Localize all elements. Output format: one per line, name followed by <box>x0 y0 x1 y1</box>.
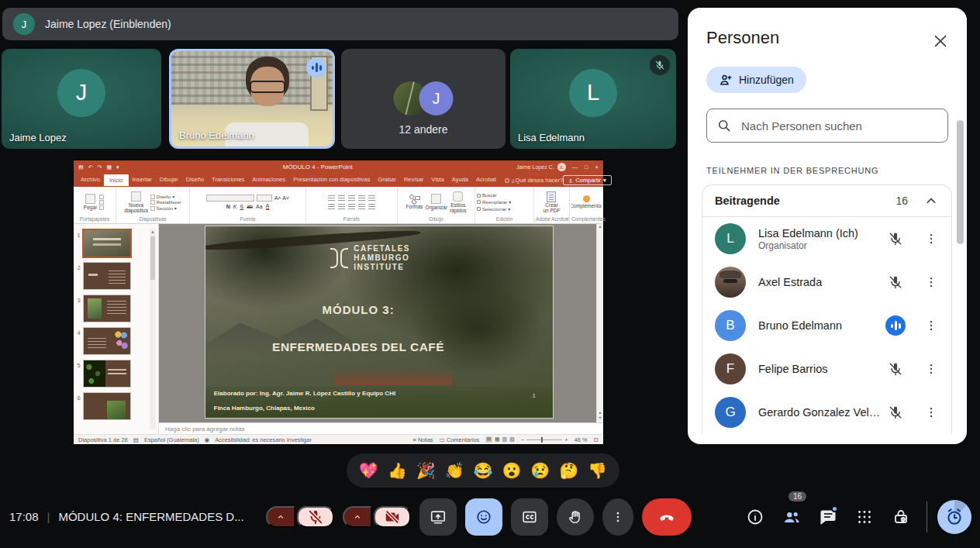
spellcheck-icon[interactable]: ▤ <box>133 436 139 443</box>
slide-thumbnail-image[interactable] <box>84 360 130 387</box>
reactions-button[interactable] <box>465 498 502 536</box>
clipboard-mini-buttons[interactable] <box>99 195 105 210</box>
select-button[interactable]: Seleccionar ▾ <box>477 206 510 212</box>
line-spacing-icon[interactable] <box>368 195 375 202</box>
normal-view-icon[interactable]: ▤ <box>485 436 492 443</box>
font-name-box[interactable] <box>206 195 254 202</box>
ppt-account-avatar[interactable]: JL <box>557 163 566 171</box>
participant-more-button[interactable] <box>922 273 940 291</box>
video-tile-others[interactable]: J 12 andere <box>341 49 506 149</box>
new-slide-button[interactable]: Nuevadiapositiva <box>124 191 148 214</box>
slide-thumbnail-image[interactable] <box>84 295 130 322</box>
ppt-ribbon-tab[interactable]: Revisar <box>400 174 427 186</box>
slide-thumbnail[interactable]: 5 <box>74 360 158 387</box>
bullet-list-icon[interactable] <box>328 195 335 202</box>
add-ins-button[interactable]: Complementos <box>571 195 602 209</box>
chevron-up-icon[interactable] <box>923 193 939 209</box>
reaction-emoji-button[interactable]: 👏 <box>445 463 464 478</box>
ppt-ribbon-tab[interactable]: Animaciones <box>248 174 289 186</box>
ppt-qat-icon[interactable]: ↶ <box>88 164 93 171</box>
notes-pane[interactable]: Haga clic para agregar notas <box>159 422 603 434</box>
captions-button[interactable] <box>511 498 548 536</box>
slide-thumbnail-image[interactable] <box>84 393 130 419</box>
language-status[interactable]: Español (Guatemala) <box>144 436 199 443</box>
scroll-up-icon[interactable]: ▲ <box>597 224 603 229</box>
notes-toggle[interactable]: ≡ Notas <box>413 436 433 443</box>
next-slide-icon[interactable]: ▼ <box>597 415 603 421</box>
slide-thumbnail[interactable]: 2 <box>74 263 158 289</box>
slide-thumbnail[interactable]: 1 <box>74 230 158 257</box>
more-options-button[interactable] <box>602 498 633 536</box>
ppt-ribbon-tab[interactable]: Insertar <box>129 174 156 186</box>
end-call-button[interactable] <box>642 498 692 536</box>
presenter-bar[interactable]: J Jaime Lopez (Einblenden) <box>2 8 678 40</box>
ppt-ribbon-tab[interactable]: Diseño <box>182 174 208 186</box>
italic-button[interactable]: K <box>233 204 237 209</box>
reaction-emoji-button[interactable]: 😮 <box>502 463 521 478</box>
camera-toggle-button[interactable] <box>374 506 411 528</box>
bold-button[interactable]: N <box>226 204 230 209</box>
ppt-ribbon-tab[interactable]: Archivo <box>77 174 104 186</box>
close-panel-button[interactable] <box>931 33 950 51</box>
strikethrough-button[interactable]: ab <box>247 204 253 209</box>
font-color-button[interactable]: A <box>266 203 270 210</box>
slide-thumbnail[interactable]: 6 <box>74 393 158 419</box>
previous-slide-icon[interactable]: ▲ <box>597 410 603 415</box>
search-input[interactable] <box>740 119 938 133</box>
slide-thumbnail-image[interactable] <box>84 263 130 289</box>
font-size-box[interactable] <box>257 195 272 202</box>
reaction-emoji-button[interactable]: 👎 <box>588 463 607 478</box>
participant-row[interactable]: B Bruno Edelmann <box>702 304 951 347</box>
participant-row[interactable]: Axel Estrada <box>702 260 951 304</box>
activities-button[interactable] <box>849 498 880 536</box>
panel-scrollbar[interactable] <box>957 120 964 244</box>
meeting-details-button[interactable] <box>740 498 771 536</box>
create-pdf-button[interactable]: Crearun PDF <box>543 191 560 214</box>
align-right-icon[interactable] <box>348 204 355 210</box>
reaction-emoji-button[interactable]: 👍 <box>388 463 407 478</box>
ppt-qat-icon[interactable]: ↷ <box>98 164 102 171</box>
ppt-ribbon-tab[interactable]: Vista <box>427 174 448 186</box>
ppt-ribbon-tab[interactable]: Acrobat <box>472 174 500 186</box>
ppt-window-button[interactable]: □ <box>585 164 588 171</box>
participant-row[interactable]: G Gerardo Gonzalez Veláz... <box>702 391 951 434</box>
reading-view-icon[interactable]: ▥ <box>502 436 508 443</box>
slide-canvas[interactable]: CAFETALESHAMBURGOINSTITUTE MÓDULO 3: ENF… <box>159 224 603 422</box>
chat-panel-button[interactable] <box>813 498 844 536</box>
video-tile-bruno[interactable]: Bruno Edelmann <box>169 49 335 149</box>
scroll-up-icon[interactable]: ▲ <box>150 229 156 235</box>
comments-toggle[interactable]: ▭ Comentarios <box>440 436 480 443</box>
shapes-button[interactable]: Formas <box>406 195 423 209</box>
slide-thumbnail[interactable]: 4 <box>74 328 158 354</box>
ppt-ribbon-tab[interactable]: Inicio <box>104 174 129 186</box>
slide-thumbnail-image[interactable] <box>84 328 130 354</box>
slide-thumbnail-pane[interactable]: 1 2 3 4 5 <box>74 224 159 434</box>
arrange-button[interactable]: Organizar <box>426 194 448 210</box>
align-center-icon[interactable] <box>338 204 345 210</box>
section-button[interactable]: Sección ▾ <box>150 205 181 211</box>
ppt-qat-icon[interactable]: ▦ <box>106 164 112 171</box>
ppt-ribbon-tab[interactable]: Transiciones <box>208 174 248 186</box>
participant-row[interactable]: F Felipe Barrios <box>702 347 951 391</box>
host-controls-button[interactable] <box>885 498 916 536</box>
slide-thumbnail[interactable]: 3 <box>74 295 158 322</box>
slide-sorter-icon[interactable]: ▦ <box>495 436 500 443</box>
slide-thumbnail-image[interactable] <box>84 230 130 257</box>
slide-1[interactable]: CAFETALESHAMBURGOINSTITUTE MÓDULO 3: ENF… <box>205 226 553 418</box>
scrollbar-thumb[interactable] <box>150 236 155 280</box>
grow-shrink-font-buttons[interactable]: A˄ A˅ <box>274 195 289 201</box>
ppt-ribbon-tab[interactable]: Ayuda <box>448 174 472 186</box>
ppt-window-buttons[interactable]: —□× <box>572 164 599 171</box>
character-spacing-button[interactable]: Aa <box>256 204 263 209</box>
reaction-emoji-button[interactable]: 🎉 <box>416 463 436 478</box>
raise-hand-button[interactable] <box>557 498 594 536</box>
ppt-qat-icon[interactable]: ▤ <box>78 164 84 171</box>
participant-row[interactable]: L Lisa Edelmann (Ich) Organisator <box>702 217 951 260</box>
ppt-share-button[interactable]: Compartir ▾ <box>563 175 612 185</box>
reaction-emoji-button[interactable]: 💖 <box>359 463 378 478</box>
slide-scrollbar[interactable]: ▲ ▲▼ <box>596 224 603 422</box>
ppt-tell-me[interactable]: ¿Qué desea hacer? <box>505 177 563 184</box>
ppt-ribbon-tab[interactable]: Grabar <box>374 174 400 186</box>
contributors-header[interactable]: Beitragende 16 <box>702 185 951 217</box>
find-button[interactable]: Buscar <box>477 193 497 198</box>
